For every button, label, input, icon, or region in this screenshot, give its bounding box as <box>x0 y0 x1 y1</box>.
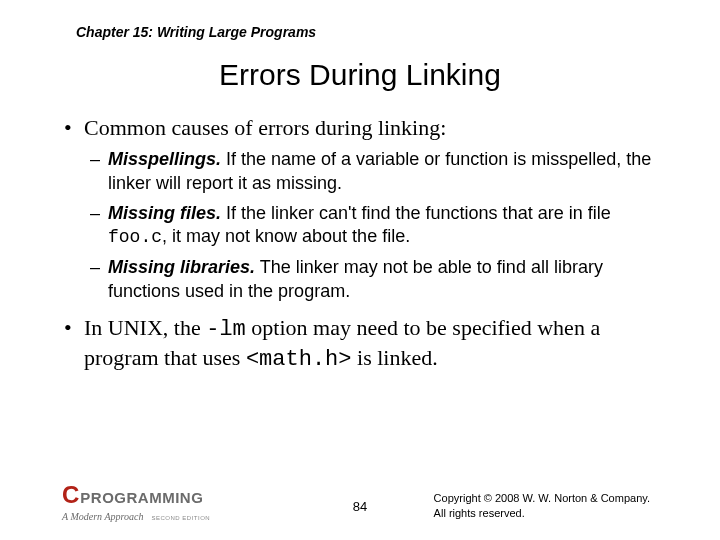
logo-programming: PROGRAMMING <box>80 490 203 505</box>
bullet-lead: is linked. <box>352 345 438 370</box>
book-logo: C PROGRAMMING A Modern Approach SECOND E… <box>62 483 210 523</box>
term: Missing libraries. <box>108 257 255 277</box>
inline-code: foo.c <box>108 227 162 247</box>
sub-bullet-item: Missing libraries. The linker may not be… <box>108 256 672 304</box>
slide-title: Errors During Linking <box>48 58 672 92</box>
sub-bullet-item: Misspellings. If the name of a variable … <box>108 148 672 196</box>
chapter-header: Chapter 15: Writing Large Programs <box>76 24 672 40</box>
term: Misspellings. <box>108 149 221 169</box>
inline-code: <math.h> <box>246 347 352 372</box>
sub-text: If the linker can't find the functions t… <box>221 203 611 223</box>
sub-bullet-list: Misspellings. If the name of a variable … <box>84 148 672 304</box>
logo-subtitle-row: A Modern Approach SECOND EDITION <box>62 507 210 523</box>
sub-bullet-item: Missing files. If the linker can't find … <box>108 202 672 251</box>
copyright-line: Copyright © 2008 W. W. Norton & Company. <box>434 491 650 505</box>
logo-edition: SECOND EDITION <box>151 515 210 521</box>
logo-subtitle: A Modern Approach <box>62 511 143 522</box>
copyright-line: All rights reserved. <box>434 506 650 520</box>
bullet-lead: In UNIX, the <box>84 315 206 340</box>
bullet-item: In UNIX, the -lm option may need to be s… <box>84 314 672 374</box>
logo-top: C PROGRAMMING <box>62 483 210 507</box>
bullet-item: Common causes of errors during linking: … <box>84 114 672 304</box>
inline-code: -lm <box>206 317 246 342</box>
logo-c: C <box>62 483 78 507</box>
bullet-lead: Common causes of errors during linking: <box>84 115 446 140</box>
term: Missing files. <box>108 203 221 223</box>
sub-text: , it may not know about the file. <box>162 226 410 246</box>
copyright: Copyright © 2008 W. W. Norton & Company.… <box>434 491 650 520</box>
footer: C PROGRAMMING A Modern Approach SECOND E… <box>0 480 720 526</box>
slide: Chapter 15: Writing Large Programs Error… <box>0 0 720 374</box>
page-number: 84 <box>353 499 367 514</box>
bullet-list: Common causes of errors during linking: … <box>48 114 672 374</box>
